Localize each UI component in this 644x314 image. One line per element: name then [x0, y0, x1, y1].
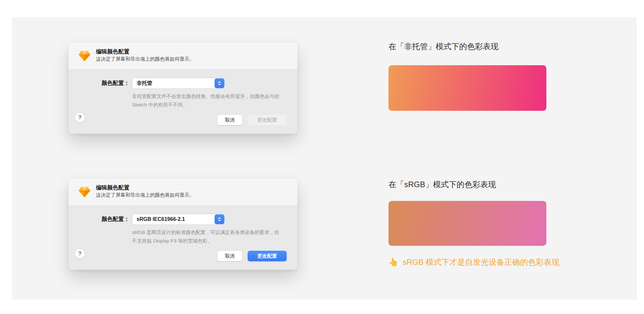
dialog-edit-color-profile-srgb: 编辑颜色配置 这决定了屏幕和导出项上的颜色将如何显示。 颜色配置： sRGB I… [68, 179, 297, 270]
change-profile-button[interactable]: 更改配置 [248, 251, 287, 261]
select-stepper [215, 214, 224, 224]
help-button[interactable]: ? [75, 113, 85, 123]
preview-title-unmanaged: 在「非托管」模式下的色彩表现 [388, 41, 499, 52]
dialog-footer: 取消 更改配置 [217, 251, 287, 261]
footnote: 👆 sRGB 模式下才是自发光设备正确的色彩表现 [388, 257, 559, 267]
dialog-subtitle: 这决定了屏幕和导出项上的颜色将如何显示。 [96, 192, 194, 198]
profile-description: 非托管配置文件不会发生颜色转换。性能会有所提升，但颜色会与在 Sketch 中的… [132, 92, 282, 109]
dialog-title: 编辑颜色配置 [96, 48, 129, 55]
gradient-swatch-srgb [388, 201, 546, 246]
cancel-button[interactable]: 取消 [217, 115, 242, 125]
pointing-up-emoji: 👆 [388, 258, 398, 267]
color-profile-select[interactable]: 非托管 [132, 78, 225, 89]
select-value: 非托管 [137, 78, 152, 88]
dialog-edit-color-profile-unmanaged: 编辑颜色配置 这决定了屏幕和导出项上的颜色将如何显示。 颜色配置： 非托管 非托… [68, 43, 297, 134]
profile-description: sRGB 是网页设计的标准颜色配置，可以满足若各类设备的要求，但不支持如 Dis… [132, 228, 282, 245]
color-profile-select[interactable]: sRGB IEC61966-2.1 [132, 214, 225, 225]
change-profile-button: 更改配置 [248, 115, 287, 125]
preview-title-srgb: 在「sRGB」模式下的色彩表现 [388, 179, 496, 190]
dialog-footer: 取消 更改配置 [217, 115, 287, 125]
up-down-chevron-icon [218, 216, 221, 222]
select-stepper [215, 78, 224, 88]
select-value: sRGB IEC61966-2.1 [137, 214, 185, 225]
up-down-chevron-icon [218, 80, 221, 86]
cancel-button[interactable]: 取消 [217, 251, 242, 261]
sketch-diamond-icon [78, 185, 91, 200]
dialog-header: 编辑颜色配置 这决定了屏幕和导出项上的颜色将如何显示。 [68, 43, 297, 70]
color-profile-label: 颜色配置： [68, 78, 129, 89]
color-profile-label: 颜色配置： [68, 214, 129, 225]
dialog-title: 编辑颜色配置 [96, 184, 129, 191]
dialog-subtitle: 这决定了屏幕和导出项上的颜色将如何显示。 [96, 56, 194, 62]
help-button[interactable]: ? [75, 249, 85, 259]
gradient-swatch-unmanaged [388, 65, 546, 111]
sketch-diamond-icon [78, 49, 91, 64]
footnote-text: sRGB 模式下才是自发光设备正确的色彩表现 [403, 257, 559, 267]
dialog-header: 编辑颜色配置 这决定了屏幕和导出项上的颜色将如何显示。 [68, 179, 297, 206]
